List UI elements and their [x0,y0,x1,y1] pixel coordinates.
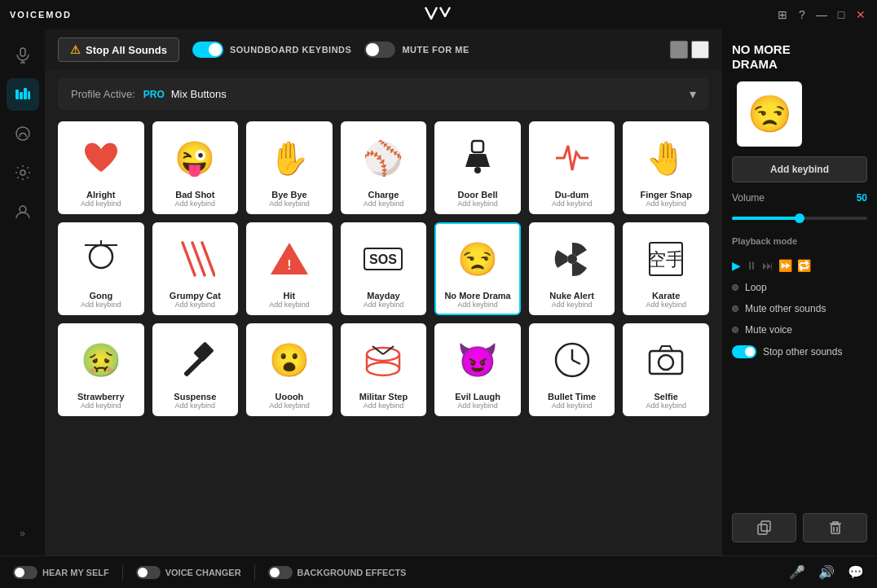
color-square-gray[interactable] [670,41,688,59]
volume-fill [732,217,800,220]
stop-all-sounds-button[interactable]: ⚠ Stop All Sounds [58,37,179,62]
sound-icon: ✋ [261,129,318,186]
sound-icon: 空手 [637,230,694,287]
background-effects-knob [270,568,280,577]
sound-card-name: Mayday [367,291,399,301]
app-title-text: VOICEMOD [10,10,72,20]
main-container: » ⚠ Stop All Sounds SOUNDBOARD KEYBINDS … [0,29,877,555]
profile-bar[interactable]: Profile Active: PRO Mix Buttons ▾ [58,78,709,110]
divider-1 [122,564,123,581]
sidebar-item-effects[interactable] [7,117,39,150]
stop-other-knob [745,347,755,357]
sound-card-nuke-alert[interactable]: Nuke AlertAdd keybind [529,222,615,315]
svg-point-11 [474,167,481,173]
grid-button[interactable]: ⊞ [776,8,789,21]
sound-card-charge[interactable]: ⚾ChargeAdd keybind [341,121,427,214]
maximize-button[interactable]: □ [835,8,848,21]
sound-card-bye-bye[interactable]: ✋Bye ByeAdd keybind [246,121,333,214]
mute-voice-dot[interactable] [732,327,738,333]
sound-grid: AlrightAdd keybind😜Bad ShotAdd keybind✋B… [45,115,722,555]
sound-card-name: Uoooh [275,392,304,402]
background-effects-label: BACKGROUND EFFECTS [297,568,407,577]
sound-card-grumpy-cat[interactable]: Grumpy CatAdd keybind [152,222,239,315]
title-bar: VOICEMOD ⊞ ? — □ ✕ [0,0,877,29]
sound-card-evil-laugh[interactable]: 😈Evil LaughAdd keybind [434,323,521,416]
svg-rect-10 [472,141,483,152]
help-button[interactable]: ? [795,8,809,21]
hear-myself-label: HEAR MY SELF [42,568,109,577]
close-button[interactable]: ✕ [854,8,867,21]
sound-icon: ! [261,230,318,287]
toolbar: ⚠ Stop All Sounds SOUNDBOARD KEYBINDS MU… [45,29,722,70]
skip-forward-button[interactable]: ⏩ [778,259,792,272]
loop-dot[interactable] [732,284,738,291]
repeat-button[interactable]: 🔁 [797,259,811,272]
sound-card-keybind: Add keybind [646,301,686,309]
sidebar: » [0,29,45,555]
voice-changer-toggle[interactable] [136,566,161,579]
soundboard-keybinds-label: SOUNDBOARD KEYBINDS [230,45,351,55]
sound-card-name: Bad Shot [175,190,214,200]
sound-card-mayday[interactable]: SOSMaydayAdd keybind [341,222,427,315]
panel-title: NO MOREDRAMA [732,42,867,72]
profile-prefix: Profile Active: [71,88,135,100]
sound-card-keybind: Add keybind [552,200,593,208]
sound-card-uoooh[interactable]: 😮UooohAdd keybind [246,323,333,416]
sound-card-selfie[interactable]: SelfieAdd keybind [623,323,709,416]
svg-point-9 [20,206,26,213]
sound-card-militar-step[interactable]: Militar StepAdd keybind [341,323,427,416]
sidebar-expand-button[interactable]: » [7,521,39,546]
sound-card-keybind: Add keybind [364,402,404,410]
sidebar-item-settings[interactable] [7,156,39,189]
pause-button[interactable]: ⏸ [746,259,757,272]
sidebar-item-profile[interactable] [7,195,39,228]
captions-bottom-icon[interactable]: 💬 [848,564,864,580]
sound-icon [637,331,694,388]
sound-card-alright[interactable]: AlrightAdd keybind [58,121,144,214]
microphone-bottom-icon[interactable]: 🎤 [789,564,805,580]
sound-card-name: Selfie [654,392,678,402]
bottom-right-icons: 🎤 🔊 💬 [789,564,864,580]
sound-card-karate[interactable]: 空手KarateAdd keybind [623,222,709,315]
background-effects-toggle[interactable] [268,566,293,579]
mute-for-me-toggle[interactable] [364,42,395,58]
volume-slider[interactable] [732,217,867,220]
sound-icon [73,230,130,287]
sound-card-name: Finger Snap [640,190,692,200]
delete-button[interactable] [803,513,867,542]
stop-other-toggle[interactable] [732,345,756,358]
option-loop: Loop [732,282,867,293]
sound-icon [166,331,223,388]
color-square-white[interactable] [691,41,709,59]
sound-card-suspense[interactable]: SuspenseAdd keybind [152,323,239,416]
soundboard-keybinds-toggle[interactable] [192,42,223,58]
sound-card-finger-snap[interactable]: 🤚Finger SnapAdd keybind [623,121,709,214]
svg-text:空手: 空手 [648,249,684,270]
mute-other-dot[interactable] [732,305,738,312]
play-button[interactable]: ▶ [732,259,741,272]
sound-card-bad-shot[interactable]: 😜Bad ShotAdd keybind [152,121,239,214]
panel-bottom-actions [732,513,867,542]
voice-changer-label: VOICE CHANGER [165,568,241,577]
sound-card-gong[interactable]: GongAdd keybind [58,222,144,315]
sidebar-item-soundboard[interactable] [7,78,39,111]
sound-card-door-bell[interactable]: Door BellAdd keybind [434,121,521,214]
sidebar-item-microphone[interactable] [7,39,39,72]
profile-dropdown-icon[interactable]: ▾ [690,86,696,102]
sound-card-name: Door Bell [458,190,498,200]
sound-card-du-dum[interactable]: Du-dumAdd keybind [529,121,615,214]
hear-myself-toggle[interactable] [13,566,37,579]
minimize-button[interactable]: — [815,8,828,21]
sound-icon: SOS [355,230,412,287]
volume-bottom-icon[interactable]: 🔊 [818,564,835,580]
content-area: ⚠ Stop All Sounds SOUNDBOARD KEYBINDS MU… [45,29,722,555]
voice-changer-knob [138,568,148,577]
sound-card-strawberry[interactable]: 🤢StrawberryAdd keybind [58,323,144,416]
sound-card-no-more-drama[interactable]: 😒No More DramaAdd keybind [434,222,521,315]
copy-button[interactable] [732,513,796,542]
app-title: VOICEMOD [10,10,72,20]
sound-card-hit[interactable]: !HitAdd keybind [246,222,333,315]
add-keybind-button[interactable]: Add keybind [732,156,867,182]
play-next-button[interactable]: ⏭ [762,259,773,272]
sound-card-bullet-time[interactable]: Bullet TimeAdd keybind [529,323,615,416]
